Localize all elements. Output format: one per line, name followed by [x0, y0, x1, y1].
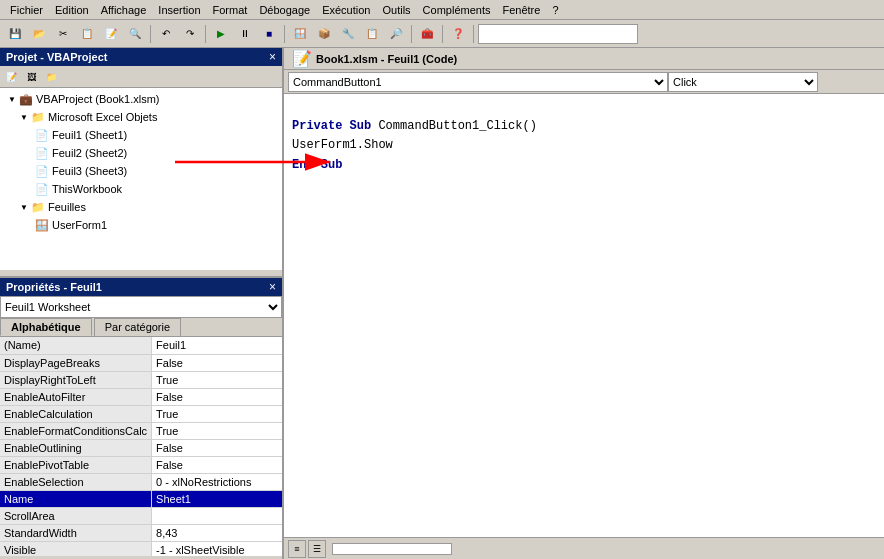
tree-feuil3[interactable]: 📄 Feuil3 (Sheet3) — [2, 162, 280, 180]
tree-root[interactable]: ▼ 💼 VBAProject (Book1.xlsm) — [2, 90, 280, 108]
tree-userform1-label: UserForm1 — [52, 219, 107, 231]
code-btn-module-view[interactable]: ☰ — [308, 540, 326, 558]
toolbar-save[interactable]: 💾 — [4, 23, 26, 45]
table-row[interactable]: DisplayPageBreaksFalse — [0, 354, 282, 371]
menu-outils[interactable]: Outils — [376, 2, 416, 18]
code-scrollbar-h[interactable] — [332, 543, 452, 555]
table-row[interactable]: ScrollArea — [0, 507, 282, 524]
table-row[interactable]: DisplayRightToLeftTrue — [0, 371, 282, 388]
tab-par-categorie[interactable]: Par catégorie — [94, 318, 181, 336]
toolbar-help[interactable]: ❓ — [447, 23, 469, 45]
tree-userform1[interactable]: 🪟 UserForm1 — [2, 216, 280, 234]
project-titlebar: Projet - VBAProject × — [0, 48, 282, 66]
table-row[interactable]: (Name)Feuil1 — [0, 337, 282, 354]
project-title: Projet - VBAProject — [6, 51, 107, 63]
toolbar-btn3[interactable]: ✂ — [52, 23, 74, 45]
menu-fenetre[interactable]: Fenêtre — [496, 2, 546, 18]
tree-feuil2[interactable]: 📄 Feuil2 (Sheet2) — [2, 144, 280, 162]
toolbar-userform[interactable]: 🪟 — [289, 23, 311, 45]
menu-format[interactable]: Format — [207, 2, 254, 18]
prop-name: Name — [0, 490, 152, 507]
project-view-object[interactable]: 🖼 — [22, 68, 40, 86]
tree-thisworkbook[interactable]: 📄 ThisWorkbook — [2, 180, 280, 198]
toolbar-sep6 — [473, 25, 474, 43]
table-row[interactable]: EnableFormatConditionsCalcTrue — [0, 422, 282, 439]
prop-value — [152, 507, 282, 524]
table-row[interactable]: EnableSelection0 - xlNoRestrictions — [0, 473, 282, 490]
project-view-code[interactable]: 📝 — [2, 68, 20, 86]
toolbar-undo[interactable]: ↶ — [155, 23, 177, 45]
table-row[interactable]: Visible-1 - xlSheetVisible — [0, 541, 282, 556]
toolbar-sep4 — [411, 25, 412, 43]
toolbar-toolbox[interactable]: 🧰 — [416, 23, 438, 45]
code-area[interactable]: Private Sub CommandButton1_Click() UserF… — [284, 94, 884, 537]
table-row[interactable]: EnableCalculationTrue — [0, 405, 282, 422]
menu-execution[interactable]: Exécution — [316, 2, 376, 18]
tree-toggle-feuilles[interactable]: ▼ — [18, 201, 30, 213]
code-wrapper: Private Sub CommandButton1_Click() UserF… — [284, 94, 884, 559]
main-layout: Projet - VBAProject × 📝 🖼 📁 ▼ 💼 VBAProje… — [0, 48, 884, 559]
toolbar-stop[interactable]: ■ — [258, 23, 280, 45]
table-row[interactable]: NameSheet1 — [0, 490, 282, 507]
table-row[interactable]: EnableAutoFilterFalse — [0, 388, 282, 405]
prop-value: False — [152, 388, 282, 405]
toolbar-classmods[interactable]: 🔧 — [337, 23, 359, 45]
prop-name: EnableSelection — [0, 473, 152, 490]
vba-icon: 💼 — [18, 91, 34, 107]
project-close[interactable]: × — [269, 51, 276, 63]
project-toggle-folders[interactable]: 📁 — [42, 68, 60, 86]
tree-thisworkbook-label: ThisWorkbook — [52, 183, 122, 195]
tree-toggle-root[interactable]: ▼ — [6, 93, 18, 105]
code-bottom-toolbar: ≡ ☰ — [284, 537, 884, 559]
menu-help[interactable]: ? — [546, 2, 564, 18]
tree-feuilles-label: Feuilles — [48, 201, 86, 213]
toolbar-btn2[interactable]: 📂 — [28, 23, 50, 45]
toolbar-sep2 — [205, 25, 206, 43]
prop-value: -1 - xlSheetVisible — [152, 541, 282, 556]
code-line: End Sub — [292, 156, 876, 175]
menu-complements[interactable]: Compléments — [417, 2, 497, 18]
proc-dropdown[interactable]: Click — [668, 72, 818, 92]
toolbar-run[interactable]: ▶ — [210, 23, 232, 45]
left-panel: Projet - VBAProject × 📝 🖼 📁 ▼ 💼 VBAProje… — [0, 48, 284, 559]
tree-toggle-excel[interactable]: ▼ — [18, 111, 30, 123]
prop-name: EnableCalculation — [0, 405, 152, 422]
toolbar-btn6[interactable]: 🔍 — [124, 23, 146, 45]
toolbar-btn5[interactable]: 📝 — [100, 23, 122, 45]
tree-feuilles[interactable]: ▼ 📁 Feuilles — [2, 198, 280, 216]
prop-value: False — [152, 456, 282, 473]
code-btn-proc-view[interactable]: ≡ — [288, 540, 306, 558]
toolbar-objectbrowser[interactable]: 🔎 — [385, 23, 407, 45]
toolbar-redo[interactable]: ↷ — [179, 23, 201, 45]
prop-value: True — [152, 371, 282, 388]
prop-name: (Name) — [0, 337, 152, 354]
toolbar-procedures[interactable]: 📋 — [361, 23, 383, 45]
table-row[interactable]: EnableOutliningFalse — [0, 439, 282, 456]
toolbar-modules[interactable]: 📦 — [313, 23, 335, 45]
props-close[interactable]: × — [269, 281, 276, 293]
props-object-select[interactable]: Feuil1 Worksheet — [0, 296, 282, 318]
tree-excel-objets[interactable]: ▼ 📁 Microsoft Excel Objets — [2, 108, 280, 126]
menu-affichage[interactable]: Affichage — [95, 2, 153, 18]
menu-fichier[interactable]: Fichier — [4, 2, 49, 18]
menu-insertion[interactable]: Insertion — [152, 2, 206, 18]
menu-edition[interactable]: Edition — [49, 2, 95, 18]
table-row[interactable]: EnablePivotTableFalse — [0, 456, 282, 473]
toolbar: 💾 📂 ✂ 📋 📝 🔍 ↶ ↷ ▶ ⏸ ■ 🪟 📦 🔧 📋 🔎 🧰 ❓ — [0, 20, 884, 48]
prop-name: ScrollArea — [0, 507, 152, 524]
props-title-text: Propriétés - Feuil1 — [6, 281, 102, 293]
code-titlebar: 📝 Book1.xlsm - Feuil1 (Code) — [284, 48, 884, 70]
table-row[interactable]: StandardWidth8,43 — [0, 524, 282, 541]
menu-debogage[interactable]: Débogage — [253, 2, 316, 18]
tab-alphabetique[interactable]: Alphabétique — [0, 318, 92, 336]
workbook-icon: 📄 — [34, 181, 50, 197]
object-dropdown[interactable]: CommandButton1 — [288, 72, 668, 92]
toolbar-pause[interactable]: ⏸ — [234, 23, 256, 45]
project-tree: ▼ 💼 VBAProject (Book1.xlsm) ▼ 📁 Microsof… — [0, 88, 282, 270]
tree-feuil1[interactable]: 📄 Feuil1 (Sheet1) — [2, 126, 280, 144]
props-titlebar: Propriétés - Feuil1 × — [0, 278, 282, 296]
toolbar-btn4[interactable]: 📋 — [76, 23, 98, 45]
code-line: UserForm1.Show — [292, 136, 876, 155]
code-title: Book1.xlsm - Feuil1 (Code) — [316, 53, 457, 65]
toolbar-search[interactable] — [478, 24, 638, 44]
